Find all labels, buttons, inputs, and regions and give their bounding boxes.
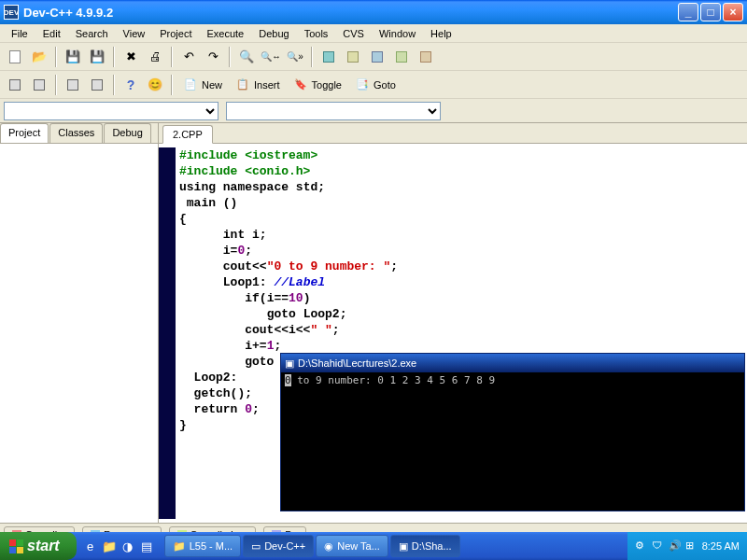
menu-file[interactable]: File (4, 26, 35, 41)
separator (171, 75, 173, 95)
insert-label: Insert (254, 79, 280, 91)
ql-folder-icon[interactable]: 📁 (101, 538, 118, 554)
windows-logo-icon (9, 539, 23, 553)
menu-execute[interactable]: Execute (199, 26, 251, 41)
menu-cvs[interactable]: CVS (335, 26, 372, 41)
sidebar: Project Classes Debug (0, 123, 159, 523)
start-label: start (27, 538, 60, 554)
sidebar-tab-project[interactable]: Project (0, 123, 49, 143)
tray-icon[interactable]: ⊞ (685, 539, 698, 553)
toolbar-replace-icon[interactable]: 🔍↔ (260, 46, 282, 68)
menu-view[interactable]: View (116, 26, 153, 41)
separator (171, 47, 173, 67)
toolbar-help-icon[interactable]: ? (120, 74, 142, 96)
toolbar-run-icon[interactable] (342, 46, 364, 68)
ql-media-icon[interactable]: ◑ (120, 538, 136, 554)
menu-help[interactable]: Help (423, 26, 459, 41)
tray-clock[interactable]: 8:25 AM (702, 540, 740, 552)
member-dropdown[interactable] (226, 102, 441, 120)
minimize-button[interactable]: _ (678, 3, 698, 21)
task-item-devcpp[interactable]: ▭Dev-C++ (243, 535, 314, 557)
separator (113, 47, 115, 67)
toolbar-rebuild-icon[interactable] (390, 46, 413, 68)
toolbar-grid2-icon[interactable] (28, 74, 50, 96)
task-label: L55 - M... (190, 540, 233, 552)
goto-icon: 📑 (355, 77, 370, 92)
task-item-cmd[interactable]: ▣D:\Sha... (390, 535, 460, 557)
tray-icon[interactable]: 🛡 (652, 539, 665, 553)
toolbar-find-icon[interactable]: 🔍 (235, 46, 258, 68)
cmd-icon: ▣ (399, 540, 408, 553)
toggle-button[interactable]: 🔖Toggle (288, 74, 347, 96)
tray-icon[interactable]: 🔊 (669, 539, 682, 553)
folder-icon: 📁 (173, 540, 186, 553)
toolbar-compile-run-icon[interactable] (366, 46, 388, 68)
sidebar-tab-debug[interactable]: Debug (104, 123, 150, 143)
console-title: D:\Shahid\Lecrtures\2.exe (298, 357, 416, 369)
window-titlebar: DEV Dev-C++ 4.9.9.2 _ □ × (0, 0, 747, 24)
task-label: New Ta... (337, 540, 380, 552)
toolbar-debug-icon[interactable] (415, 46, 437, 68)
editor-gutter (159, 147, 176, 519)
toolbar-saveall-icon[interactable]: 💾 (86, 46, 108, 68)
toolbar-grid3-icon[interactable] (62, 74, 84, 96)
separator (311, 47, 313, 67)
toolbar-redo-icon[interactable]: ↷ (202, 46, 224, 68)
class-dropdown[interactable] (4, 102, 218, 120)
taskbar: start e 📁 ◑ ▤ 📁L55 - M... ▭Dev-C++ ◉New … (0, 532, 747, 560)
devcpp-icon: ▭ (251, 540, 261, 553)
new-button[interactable]: 📄New (177, 74, 228, 96)
toolbar-grid4-icon[interactable] (86, 74, 108, 96)
toolbar-compile-icon[interactable] (317, 46, 340, 68)
editor-tab-file[interactable]: 2.CPP (162, 125, 213, 144)
toolbar-undo-icon[interactable]: ↶ (177, 46, 200, 68)
task-item-browser[interactable]: ◉New Ta... (316, 535, 388, 557)
toolbar-findnext-icon[interactable]: 🔍» (284, 46, 306, 68)
goto-button[interactable]: 📑Goto (349, 74, 402, 96)
sidebar-body (0, 144, 158, 523)
separator (113, 75, 115, 95)
menu-search[interactable]: Search (68, 26, 116, 41)
menu-tools[interactable]: Tools (297, 26, 336, 41)
new-doc-icon: 📄 (183, 77, 198, 92)
task-items: 📁L55 - M... ▭Dev-C++ ◉New Ta... ▣D:\Sha.… (161, 535, 627, 557)
toggle-icon: 🔖 (293, 77, 308, 92)
toolbar-new-icon[interactable] (4, 46, 26, 68)
start-button[interactable]: start (0, 532, 77, 560)
menu-debug[interactable]: Debug (251, 26, 296, 41)
close-button[interactable]: × (723, 3, 743, 21)
toolbar-open-icon[interactable]: 📂 (28, 46, 50, 68)
menu-bar: File Edit Search View Project Execute De… (0, 24, 747, 43)
sidebar-tab-classes[interactable]: Classes (49, 123, 103, 143)
ql-ie-icon[interactable]: e (82, 538, 99, 554)
task-label: D:\Sha... (412, 540, 452, 552)
system-tray: ⚙ 🛡 🔊 ⊞ 8:25 AM (627, 532, 747, 560)
separator (55, 47, 57, 67)
toolbar-about-icon[interactable]: 😊 (144, 74, 166, 96)
task-item-folder[interactable]: 📁L55 - M... (164, 535, 241, 557)
insert-icon: 📋 (235, 77, 250, 92)
toolbar-grid1-icon[interactable] (4, 74, 26, 96)
console-icon: ▣ (285, 357, 294, 370)
console-output: to 9 number: 0 1 2 3 4 5 6 7 8 9 (291, 374, 496, 386)
app-icon: DEV (4, 5, 19, 20)
separator (55, 75, 57, 95)
menu-project[interactable]: Project (152, 26, 199, 41)
ql-desktop-icon[interactable]: ▤ (138, 538, 155, 554)
console-body: 0 to 9 number: 0 1 2 3 4 5 6 7 8 9 (281, 372, 744, 511)
tray-icon[interactable]: ⚙ (635, 539, 648, 553)
toggle-label: Toggle (312, 79, 342, 91)
sidebar-tabs: Project Classes Debug (0, 123, 158, 144)
task-label: Dev-C++ (264, 540, 305, 552)
insert-button[interactable]: 📋Insert (230, 74, 286, 96)
maximize-button[interactable]: □ (700, 3, 721, 21)
chrome-icon: ◉ (324, 540, 333, 553)
menu-window[interactable]: Window (372, 26, 423, 41)
console-titlebar[interactable]: ▣ D:\Shahid\Lecrtures\2.exe (281, 354, 744, 372)
goto-label: Goto (374, 79, 396, 91)
console-window[interactable]: ▣ D:\Shahid\Lecrtures\2.exe 0 to 9 numbe… (280, 353, 745, 511)
toolbar-print-icon[interactable]: 🖨 (144, 46, 166, 68)
toolbar-close-icon[interactable]: ✖ (120, 46, 142, 68)
menu-edit[interactable]: Edit (35, 26, 68, 41)
toolbar-save-icon[interactable]: 💾 (62, 46, 84, 68)
